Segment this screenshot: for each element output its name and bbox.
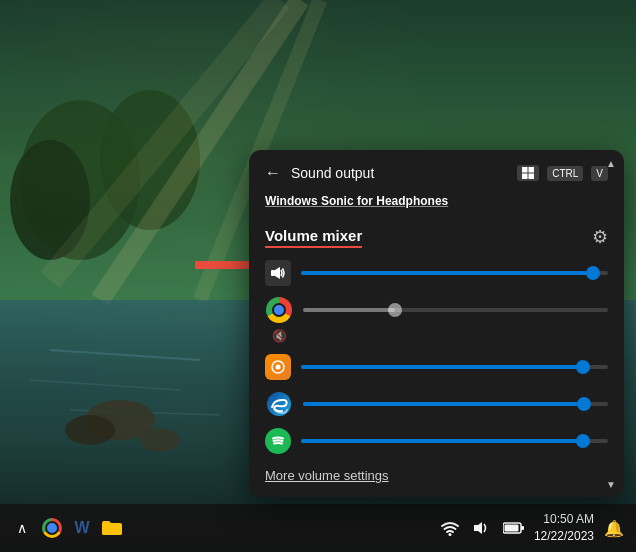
groove-slider-thumb[interactable] — [576, 360, 590, 374]
keyboard-hint: CTRL V — [517, 165, 608, 181]
taskbar: ∧ W — [0, 504, 636, 552]
panel-header: ← Sound output CTRL V — [249, 150, 624, 192]
chrome-app-icon — [265, 296, 293, 324]
chrome-mute-indicator: 🔇 — [265, 326, 608, 344]
mixer-row-system — [265, 260, 608, 286]
taskbar-battery-icon[interactable] — [502, 516, 526, 540]
svg-rect-15 — [522, 167, 528, 173]
folder-svg — [102, 520, 122, 536]
taskbar-time-display: 10:50 AM — [534, 511, 594, 528]
device-name: Windows Sonic for Headphones — [249, 192, 624, 218]
taskbar-right: 10:50 AM 12/22/2023 🔔 — [438, 511, 626, 545]
system-volume-slider[interactable] — [301, 271, 608, 275]
spotify-slider-thumb[interactable] — [576, 434, 590, 448]
scroll-down-indicator[interactable]: ▼ — [604, 477, 618, 491]
mute-icon[interactable]: 🔇 — [272, 329, 287, 343]
system-slider-thumb[interactable] — [586, 266, 600, 280]
volume-mixer-title: Volume mixer — [265, 227, 362, 248]
ctrl-key-badge: CTRL — [547, 166, 583, 181]
windows-icon — [522, 167, 534, 179]
taskbar-folder-icon[interactable] — [100, 516, 124, 540]
svg-rect-19 — [271, 270, 275, 276]
chrome-center — [48, 524, 56, 532]
scroll-up-indicator[interactable]: ▲ — [604, 156, 618, 170]
svg-point-13 — [140, 428, 180, 452]
groove-volume-slider[interactable] — [301, 365, 608, 369]
chrome-slider-thumb[interactable] — [388, 303, 402, 317]
chrome-icon — [266, 297, 292, 323]
edge-slider-thumb[interactable] — [577, 397, 591, 411]
edge-volume-slider[interactable] — [303, 402, 608, 406]
chrome-slider-fill — [303, 308, 395, 312]
svg-point-12 — [65, 415, 115, 445]
taskbar-date-display: 12/22/2023 — [534, 528, 594, 545]
volume-mixer-header: Volume mixer ⚙ — [249, 218, 624, 260]
svg-point-23 — [448, 533, 451, 536]
taskbar-word-icon[interactable]: W — [70, 516, 94, 540]
mixer-row-edge — [265, 390, 608, 418]
mixer-row-chrome — [265, 296, 608, 324]
spotify-volume-slider[interactable] — [301, 439, 608, 443]
svg-point-21 — [276, 365, 281, 370]
windows-key-badge — [517, 165, 539, 181]
taskbar-show-hidden-icon[interactable]: ∧ — [10, 516, 34, 540]
svg-rect-16 — [529, 167, 535, 173]
chrome-row-group: 🔇 — [265, 296, 608, 344]
spotify-app-icon — [265, 428, 291, 454]
back-button[interactable]: ← — [265, 164, 281, 182]
taskbar-chrome-circle — [42, 518, 62, 538]
chrome-volume-slider[interactable] — [303, 308, 608, 312]
svg-rect-17 — [522, 174, 528, 180]
more-volume-settings[interactable]: More volume settings — [249, 454, 624, 497]
svg-rect-26 — [504, 525, 518, 532]
edge-app-icon — [265, 390, 293, 418]
sound-panel: ▲ ← Sound output CTRL V Windows Sonic fo… — [249, 150, 624, 497]
panel-title: Sound output — [291, 165, 507, 181]
settings-gear-icon[interactable]: ⚙ — [592, 226, 608, 248]
spotify-icon-svg — [271, 434, 285, 448]
speaker-icon — [270, 265, 286, 281]
svg-rect-18 — [529, 174, 535, 180]
groove-icon — [271, 360, 285, 374]
volume-svg — [473, 520, 491, 536]
svg-rect-25 — [521, 526, 524, 530]
taskbar-chrome-icon[interactable] — [40, 516, 64, 540]
taskbar-clock[interactable]: 10:50 AM 12/22/2023 — [534, 511, 594, 545]
groove-slider-fill — [301, 365, 583, 369]
taskbar-notification-icon[interactable]: 🔔 — [602, 516, 626, 540]
mute-icon-spacer: 🔇 — [265, 326, 293, 344]
battery-svg — [503, 521, 525, 535]
mixer-row-groove — [265, 354, 608, 380]
mixer-row-spotify — [265, 428, 608, 454]
system-app-icon — [265, 260, 291, 286]
system-slider-fill — [301, 271, 593, 275]
groove-app-icon — [265, 354, 291, 380]
wifi-svg — [441, 520, 459, 536]
spotify-slider-fill — [301, 439, 583, 443]
mixer-rows: 🔇 — [249, 260, 624, 454]
taskbar-wifi-icon[interactable] — [438, 516, 462, 540]
taskbar-volume-icon[interactable] — [470, 516, 494, 540]
edge-icon-svg — [266, 391, 292, 417]
taskbar-left: ∧ W — [10, 516, 124, 540]
edge-slider-fill — [303, 402, 584, 406]
